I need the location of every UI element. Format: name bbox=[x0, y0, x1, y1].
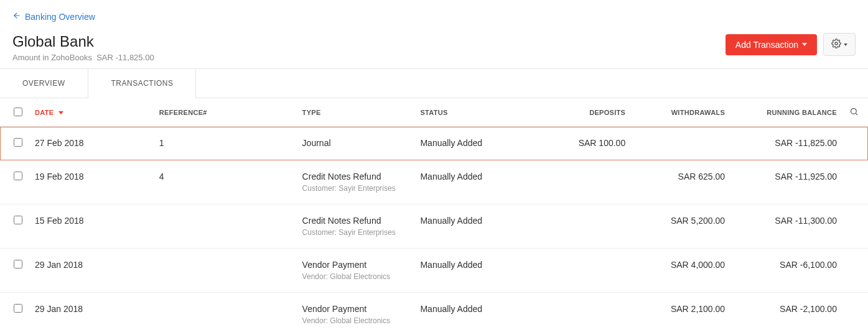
row-status: Manually Added bbox=[414, 204, 538, 249]
row-subline: Vendor: Global Electronics bbox=[302, 272, 408, 281]
row-withdrawals: SAR 625.00 bbox=[632, 160, 731, 204]
row-reference bbox=[153, 293, 296, 336]
row-spacer bbox=[843, 160, 868, 204]
row-reference bbox=[153, 249, 296, 293]
row-reference: 1 bbox=[153, 127, 296, 160]
row-withdrawals: SAR 2,100.00 bbox=[632, 293, 731, 336]
row-withdrawals bbox=[632, 127, 731, 160]
tab-transactions[interactable]: TRANSACTIONS bbox=[88, 69, 196, 98]
row-date: 27 Feb 2018 bbox=[29, 127, 153, 160]
row-subline: Customer: Sayir Enterprises bbox=[302, 228, 408, 237]
row-spacer bbox=[843, 204, 868, 249]
row-type: Credit Notes RefundCustomer: Sayir Enter… bbox=[296, 204, 414, 249]
row-type: Credit Notes RefundCustomer: Sayir Enter… bbox=[296, 160, 414, 204]
row-running-balance: SAR -2,100.00 bbox=[731, 293, 843, 336]
table-row[interactable]: 29 Jan 2018Vendor PaymentVendor: Global … bbox=[0, 249, 868, 293]
row-spacer bbox=[843, 293, 868, 336]
row-deposits bbox=[538, 160, 632, 204]
row-checkbox[interactable] bbox=[14, 304, 22, 313]
row-withdrawals: SAR 4,000.00 bbox=[632, 249, 731, 293]
row-checkbox-cell bbox=[0, 204, 29, 249]
row-running-balance: SAR -11,300.00 bbox=[731, 204, 843, 249]
row-status: Manually Added bbox=[414, 249, 538, 293]
row-subline: Customer: Sayir Enterprises bbox=[302, 184, 408, 193]
row-type: Vendor PaymentVendor: Global Electronics bbox=[296, 293, 414, 336]
row-type: Vendor PaymentVendor: Global Electronics bbox=[296, 249, 414, 293]
table-row[interactable]: 27 Feb 20181JournalManually AddedSAR 100… bbox=[0, 127, 868, 160]
row-deposits bbox=[538, 293, 632, 336]
caret-down-icon bbox=[844, 44, 847, 46]
column-running-balance[interactable]: RUNNING BALANCE bbox=[731, 98, 843, 127]
row-running-balance: SAR -6,100.00 bbox=[731, 249, 843, 293]
column-date[interactable]: DATE bbox=[29, 98, 153, 127]
column-type[interactable]: TYPE bbox=[296, 98, 414, 127]
page-title: Global Bank bbox=[12, 33, 154, 50]
settings-button[interactable] bbox=[823, 33, 856, 56]
row-date: 15 Feb 2018 bbox=[29, 204, 153, 249]
gear-icon bbox=[831, 39, 841, 50]
row-subline: Vendor: Global Electronics bbox=[302, 316, 408, 325]
select-all-checkbox[interactable] bbox=[14, 108, 22, 116]
header-info: Global Bank Amount in ZohoBooks SAR -11,… bbox=[12, 33, 154, 62]
row-checkbox-cell bbox=[0, 249, 29, 293]
row-running-balance: SAR -11,825.00 bbox=[731, 127, 843, 160]
row-checkbox-cell bbox=[0, 293, 29, 336]
row-checkbox-cell bbox=[0, 127, 29, 160]
row-deposits: SAR 100.00 bbox=[538, 127, 632, 160]
svg-point-1 bbox=[835, 42, 838, 45]
balance-value: SAR -11,825.00 bbox=[96, 53, 154, 62]
search-icon[interactable] bbox=[849, 110, 859, 117]
caret-down-icon bbox=[802, 43, 807, 46]
row-deposits bbox=[538, 204, 632, 249]
balance-prefix: Amount in ZohoBooks bbox=[12, 53, 92, 62]
svg-point-2 bbox=[851, 109, 856, 114]
row-deposits bbox=[538, 249, 632, 293]
row-checkbox[interactable] bbox=[14, 138, 22, 147]
row-spacer bbox=[843, 249, 868, 293]
svg-line-3 bbox=[856, 113, 857, 115]
column-status[interactable]: STATUS bbox=[414, 98, 538, 127]
row-status: Manually Added bbox=[414, 293, 538, 336]
column-withdrawals[interactable]: WITHDRAWALS bbox=[632, 98, 731, 127]
balance-line: Amount in ZohoBooks SAR -11,825.00 bbox=[12, 53, 154, 62]
transactions-table: DATE REFERENCE# TYPE STATUS DEPOSITS WIT… bbox=[0, 98, 868, 335]
row-checkbox[interactable] bbox=[14, 260, 22, 268]
row-reference: 4 bbox=[153, 160, 296, 204]
add-transaction-label: Add Transaction bbox=[735, 40, 798, 50]
column-deposits[interactable]: DEPOSITS bbox=[538, 98, 632, 127]
tab-overview[interactable]: OVERVIEW bbox=[0, 69, 88, 98]
row-status: Manually Added bbox=[414, 127, 538, 160]
column-reference[interactable]: REFERENCE# bbox=[153, 98, 296, 127]
arrow-left-icon bbox=[12, 11, 21, 22]
back-link[interactable]: Banking Overview bbox=[12, 11, 95, 22]
table-row[interactable]: 19 Feb 20184Credit Notes RefundCustomer:… bbox=[0, 160, 868, 204]
back-link-label: Banking Overview bbox=[25, 12, 95, 22]
row-checkbox[interactable] bbox=[14, 216, 22, 224]
column-search bbox=[843, 98, 868, 127]
table-row[interactable]: 15 Feb 2018Credit Notes RefundCustomer: … bbox=[0, 204, 868, 249]
row-status: Manually Added bbox=[414, 160, 538, 204]
sort-desc-icon bbox=[58, 111, 63, 114]
row-date: 19 Feb 2018 bbox=[29, 160, 153, 204]
row-spacer bbox=[843, 127, 868, 160]
row-running-balance: SAR -11,925.00 bbox=[731, 160, 843, 204]
row-checkbox[interactable] bbox=[14, 172, 22, 180]
table-row[interactable]: 29 Jan 2018Vendor PaymentVendor: Global … bbox=[0, 293, 868, 336]
add-transaction-button[interactable]: Add Transaction bbox=[726, 34, 817, 55]
row-checkbox-cell bbox=[0, 160, 29, 204]
row-date: 29 Jan 2018 bbox=[29, 249, 153, 293]
row-type: Journal bbox=[296, 127, 414, 160]
row-reference bbox=[153, 204, 296, 249]
tabs: OVERVIEW TRANSACTIONS bbox=[0, 68, 868, 98]
row-date: 29 Jan 2018 bbox=[29, 293, 153, 336]
row-withdrawals: SAR 5,200.00 bbox=[632, 204, 731, 249]
column-checkbox bbox=[0, 98, 29, 127]
